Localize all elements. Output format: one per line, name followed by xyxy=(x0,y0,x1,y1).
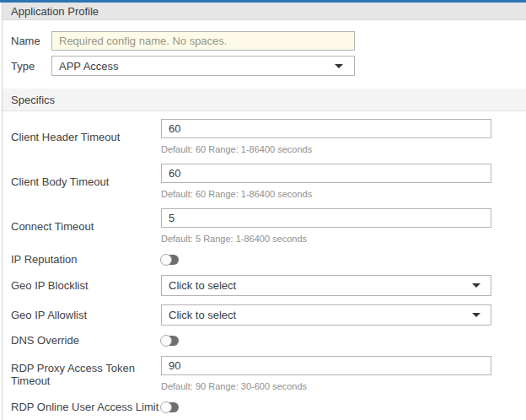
client-header-timeout-input[interactable] xyxy=(161,119,491,138)
toggle-knob-icon xyxy=(160,335,172,347)
ip-reputation-label: IP Reputation xyxy=(3,253,161,266)
rdp-proxy-access-token-timeout-input[interactable] xyxy=(161,356,491,375)
type-select-value: APP Access xyxy=(59,60,119,73)
type-select[interactable]: APP Access xyxy=(51,56,355,76)
type-label: Type xyxy=(3,60,51,73)
name-input[interactable] xyxy=(51,31,355,51)
rdp-proxy-access-token-timeout-label: RDP Proxy Access Token Timeout xyxy=(3,362,161,387)
rdp-online-user-access-limit-row: RDP Online User Access Limit xyxy=(3,401,526,413)
connect-timeout-help: Default: 5 Range: 1-86400 seconds xyxy=(161,233,491,245)
geo-ip-blocklist-select[interactable]: Click to select xyxy=(161,275,491,296)
rdp-proxy-access-token-timeout-help: Default: 90 Range: 30-600 seconds xyxy=(161,380,491,392)
client-body-timeout-input[interactable] xyxy=(161,164,491,183)
geo-ip-allowlist-value: Click to select xyxy=(169,309,236,321)
geo-ip-blocklist-row: Geo IP Blocklist Click to select xyxy=(3,275,526,296)
geo-ip-allowlist-select[interactable]: Click to select xyxy=(161,304,491,326)
geo-ip-blocklist-label: Geo IP Blocklist xyxy=(3,279,161,292)
basic-section: Name Type APP Access xyxy=(3,20,526,76)
section-header-specifics: Specifics xyxy=(3,89,526,111)
type-row: Type APP Access xyxy=(3,56,526,76)
geo-ip-blocklist-value: Click to select xyxy=(169,279,236,292)
geo-ip-allowlist-row: Geo IP Allowlist Click to select xyxy=(3,304,526,326)
name-row: Name xyxy=(3,31,526,51)
specifics-section: Client Header Timeout Default: 60 Range:… xyxy=(3,111,526,413)
rdp-online-user-access-limit-label: RDP Online User Access Limit xyxy=(3,401,161,413)
name-label: Name xyxy=(3,35,51,47)
rdp-proxy-access-token-timeout-row: RDP Proxy Access Token Timeout Default: … xyxy=(3,356,526,392)
ip-reputation-toggle[interactable] xyxy=(162,255,179,265)
dns-override-label: DNS Override xyxy=(3,334,161,347)
connect-timeout-label: Connect Timeout xyxy=(3,220,161,233)
rdp-online-user-access-limit-toggle[interactable] xyxy=(162,402,179,412)
chevron-down-icon xyxy=(472,283,480,288)
client-header-timeout-label: Client Header Timeout xyxy=(3,131,161,143)
toggle-knob-icon xyxy=(160,254,172,266)
client-header-timeout-help: Default: 60 Range: 1-86400 seconds xyxy=(161,143,491,155)
connect-timeout-row: Connect Timeout Default: 5 Range: 1-8640… xyxy=(3,208,526,245)
dns-override-toggle[interactable] xyxy=(162,336,179,346)
chevron-down-icon xyxy=(472,313,480,317)
ip-reputation-row: IP Reputation xyxy=(3,253,526,266)
connect-timeout-input[interactable] xyxy=(161,208,491,228)
chevron-down-icon xyxy=(335,64,343,68)
geo-ip-allowlist-label: Geo IP Allowlist xyxy=(3,309,161,321)
client-body-timeout-label: Client Body Timeout xyxy=(3,175,161,188)
section-header-application-profile: Application Profile xyxy=(3,3,526,20)
application-profile-panel: Application Profile Name Type APP Access… xyxy=(2,3,526,420)
client-header-timeout-row: Client Header Timeout Default: 60 Range:… xyxy=(3,119,526,155)
dns-override-row: DNS Override xyxy=(3,334,526,347)
toggle-knob-icon xyxy=(160,401,172,413)
client-body-timeout-help: Default: 60 Range: 1-86400 seconds xyxy=(161,188,491,200)
client-body-timeout-row: Client Body Timeout Default: 60 Range: 1… xyxy=(3,164,526,200)
